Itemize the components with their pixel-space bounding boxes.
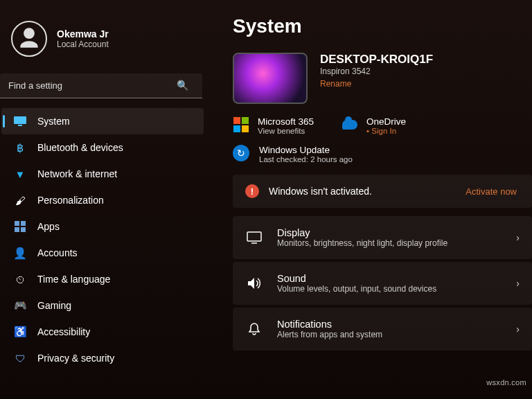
svg-rect-0 <box>14 116 26 124</box>
onedrive-icon <box>342 116 358 133</box>
apps-icon <box>14 220 26 233</box>
privacy-icon: 🛡 <box>14 352 26 364</box>
ms365-title: Microsoft 365 <box>258 116 314 127</box>
activation-message: Windows isn't activated. <box>269 186 372 197</box>
personalization-icon: 🖌 <box>14 194 26 206</box>
settings-panel-sound[interactable]: SoundVolume levels, output, input, sound… <box>233 262 532 305</box>
ms365-sub: View benefits <box>258 127 314 135</box>
onedrive-card[interactable]: OneDrive Sign In <box>342 116 406 135</box>
network-icon: ▼ <box>14 168 26 180</box>
sidebar-item-accessibility[interactable]: ♿Accessibility <box>1 319 204 345</box>
chevron-right-icon: › <box>516 323 520 335</box>
person-icon <box>16 26 42 52</box>
sync-icon: ↻ <box>233 145 249 161</box>
sidebar-item-label: Bluetooth & devices <box>37 142 123 153</box>
chevron-right-icon: › <box>516 278 520 289</box>
panel-sub: Monitors, brightness, night light, displ… <box>277 238 447 248</box>
panel-title: Display <box>277 227 447 238</box>
page-title: System <box>233 15 532 37</box>
sidebar-item-label: Network & internet <box>37 168 117 179</box>
system-icon <box>14 115 26 127</box>
display-icon <box>245 231 263 244</box>
sidebar-item-accounts[interactable]: 👤Accounts <box>1 240 204 266</box>
sidebar-item-label: System <box>37 116 70 127</box>
svg-rect-6 <box>247 232 261 241</box>
time-icon: ⏲ <box>14 273 26 285</box>
user-account-type: Local Account <box>57 39 109 49</box>
windows-update-card[interactable]: ↻ Windows Update Last checked: 2 hours a… <box>233 145 532 163</box>
sidebar-item-label: Time & language <box>37 274 110 285</box>
sidebar-item-label: Gaming <box>37 300 71 311</box>
svg-rect-4 <box>15 227 19 232</box>
sidebar-item-label: Personalization <box>37 195 104 206</box>
sidebar-item-label: Privacy & security <box>37 353 114 364</box>
sidebar-item-personalization[interactable]: 🖌Personalization <box>1 187 204 213</box>
sidebar-item-time[interactable]: ⏲Time & language <box>1 266 204 292</box>
device-thumbnail <box>233 53 308 104</box>
onedrive-title: OneDrive <box>366 116 406 127</box>
sidebar-nav: System฿Bluetooth & devices▼Network & int… <box>0 108 208 371</box>
onedrive-signin-link[interactable]: Sign In <box>366 127 406 135</box>
settings-panel-notifications[interactable]: NotificationsAlerts from apps and system… <box>233 308 532 351</box>
microsoft-365-card[interactable]: Microsoft 365 View benefits <box>233 116 314 135</box>
panel-sub: Volume levels, output, input, sound devi… <box>277 284 436 294</box>
sidebar-item-label: Apps <box>37 221 60 232</box>
svg-rect-2 <box>15 221 19 226</box>
svg-rect-1 <box>18 125 22 126</box>
accessibility-icon: ♿ <box>14 326 26 338</box>
update-sub: Last checked: 2 hours ago <box>259 155 353 163</box>
warning-icon: ! <box>245 184 259 198</box>
search-input[interactable] <box>0 73 202 98</box>
svg-rect-5 <box>21 227 26 232</box>
search-icon: 🔍 <box>177 80 188 91</box>
sidebar-item-gaming[interactable]: 🎮Gaming <box>1 292 204 319</box>
sidebar-item-apps[interactable]: Apps <box>1 213 204 240</box>
sidebar-item-label: Accessibility <box>37 326 90 337</box>
chevron-right-icon: › <box>516 232 520 243</box>
activation-banner[interactable]: ! Windows isn't activated. Activate now <box>233 175 532 208</box>
sound-icon <box>245 277 263 290</box>
rename-link[interactable]: Rename <box>320 79 351 89</box>
avatar <box>11 21 47 57</box>
activate-now-link[interactable]: Activate now <box>466 186 520 197</box>
svg-rect-3 <box>21 221 26 226</box>
accounts-icon: 👤 <box>14 247 26 259</box>
panel-sub: Alerts from apps and system <box>277 330 382 339</box>
watermark: wsxdn.com <box>486 378 526 387</box>
bluetooth-icon: ฿ <box>14 141 26 154</box>
user-account-block[interactable]: Okemwa Jr Local Account <box>0 17 208 71</box>
notifications-icon <box>245 322 263 336</box>
device-name: DESKTOP-KROIQ1F <box>320 53 433 66</box>
sidebar-item-label: Accounts <box>37 247 78 258</box>
device-model: Inspiron 3542 <box>320 66 433 76</box>
gaming-icon: 🎮 <box>14 299 26 312</box>
sidebar-item-network[interactable]: ▼Network & internet <box>1 161 204 187</box>
sidebar-item-system[interactable]: System <box>1 108 204 134</box>
user-name: Okemwa Jr <box>57 28 109 39</box>
sidebar-item-privacy[interactable]: 🛡Privacy & security <box>1 345 204 371</box>
sidebar-item-bluetooth[interactable]: ฿Bluetooth & devices <box>1 134 204 161</box>
panel-title: Notifications <box>277 319 382 330</box>
update-title: Windows Update <box>259 145 353 155</box>
panel-title: Sound <box>277 273 436 284</box>
settings-panel-display[interactable]: DisplayMonitors, brightness, night light… <box>233 216 532 259</box>
microsoft-logo-icon <box>233 116 249 133</box>
